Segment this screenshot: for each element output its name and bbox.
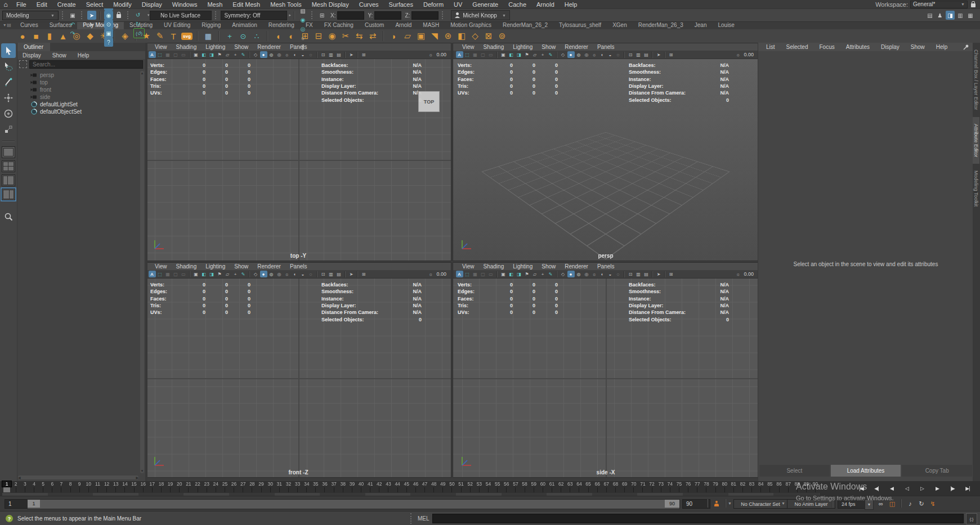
- camera-attributes-icon[interactable]: A: [149, 271, 156, 277]
- vp-menu-view[interactable]: View: [150, 263, 172, 270]
- revolve-icon[interactable]: ⊛: [441, 30, 455, 42]
- timeline-frame-33[interactable]: 33: [293, 481, 302, 493]
- timeline-frame-60[interactable]: 60: [538, 481, 547, 493]
- timeline-frame-62[interactable]: 62: [557, 481, 566, 493]
- timeline-frame-2[interactable]: 2: [11, 481, 20, 493]
- viewport-marquee-icon[interactable]: ⬚: [464, 271, 471, 277]
- timeline-frame-39[interactable]: 39: [347, 481, 356, 493]
- mirror-options-icon[interactable]: ⇄: [366, 30, 379, 42]
- timeline-frame-74[interactable]: 74: [665, 481, 674, 493]
- undo-icon[interactable]: ↶: [68, 20, 77, 29]
- attribute-editor-icon[interactable]: ◨: [946, 11, 955, 20]
- film-gate-icon[interactable]: ▢: [480, 271, 487, 277]
- live-surface-field[interactable]: No Live Surface: [150, 11, 212, 20]
- film-gate-icon[interactable]: ▢: [480, 51, 487, 58]
- ae-menu-selected[interactable]: Selected: [781, 44, 814, 50]
- timeline-frame-35[interactable]: 35: [311, 481, 320, 493]
- scale-tool-icon[interactable]: [1, 122, 16, 137]
- x-input[interactable]: [337, 11, 364, 20]
- chevron-down-icon[interactable]: ▼: [781, 501, 785, 505]
- exposure-control[interactable]: ☼0.00: [427, 51, 449, 58]
- step-forward-one-frame-button[interactable]: ▶: [930, 483, 944, 493]
- menu-mesh-tools[interactable]: Mesh Tools: [265, 1, 306, 8]
- motion-blur-icon[interactable]: ◌: [307, 271, 315, 277]
- screen-space-ao-icon[interactable]: ◒: [607, 51, 614, 58]
- go-to-end-button[interactable]: ▶|: [961, 483, 974, 493]
- xray-icon[interactable]: ▥: [328, 51, 335, 58]
- workspace-dropdown[interactable]: General* ▼: [910, 1, 968, 8]
- camera-bookmark-icon[interactable]: ⚑: [523, 271, 531, 277]
- fps-dropdown-arrow[interactable]: ▼: [865, 499, 874, 510]
- toolbar-grip[interactable]: [127, 11, 129, 19]
- timeline-frame-3[interactable]: 3: [20, 481, 29, 493]
- timeline-frame-38[interactable]: 38: [338, 481, 347, 493]
- timeline-frame-36[interactable]: 36: [320, 481, 329, 493]
- save-scene-icon[interactable]: ▣: [68, 11, 77, 20]
- outliner-item-top[interactable]: top: [17, 79, 145, 86]
- outliner-menu-show[interactable]: Show: [47, 52, 72, 59]
- shelf-tab-fx-caching[interactable]: FX Caching: [319, 21, 359, 29]
- image-plane-icon[interactable]: ▱: [531, 271, 539, 277]
- timeline-frame-29[interactable]: 29: [257, 481, 266, 493]
- smooth-icon[interactable]: ◉: [325, 30, 339, 42]
- grid-toggle-icon[interactable]: ▦: [164, 51, 172, 58]
- smooth-mesh-preview-icon[interactable]: ⊚: [495, 30, 509, 42]
- step-forward-one-key-button[interactable]: |▶: [946, 483, 959, 493]
- timeline-frame-66[interactable]: 66: [593, 481, 602, 493]
- select-camera-icon[interactable]: ▣: [193, 271, 200, 277]
- film-gate-icon[interactable]: ▢: [172, 271, 180, 277]
- lighting-icon[interactable]: ☼: [284, 51, 291, 58]
- toolbar-grip[interactable]: [442, 11, 444, 19]
- anim-layer-dropdown[interactable]: No Anim Layer: [787, 499, 835, 509]
- shelf-tab-arnold[interactable]: Arnold: [390, 21, 417, 29]
- grease-pencil-icon[interactable]: ✎: [240, 51, 247, 58]
- screen-space-ao-icon[interactable]: ◒: [299, 271, 307, 277]
- hud-toggle-icon[interactable]: ▤: [643, 51, 650, 58]
- shelf-tab-rendering[interactable]: Rendering: [263, 21, 300, 29]
- smooth-shade-all-icon[interactable]: ●: [260, 51, 267, 58]
- absolute-transform-icon[interactable]: ⊞: [317, 11, 326, 20]
- timeline-frame-73[interactable]: 73: [656, 481, 665, 493]
- menu-file[interactable]: File: [11, 1, 32, 8]
- pan-zoom-icon[interactable]: +: [232, 271, 239, 277]
- playblast-icon[interactable]: ◫: [887, 499, 897, 509]
- z-input[interactable]: [411, 11, 438, 20]
- timeline-frame-67[interactable]: 67: [602, 481, 611, 493]
- timeline-frame-40[interactable]: 40: [356, 481, 365, 493]
- camera-attributes-icon[interactable]: A: [456, 51, 463, 58]
- motion-blur-icon[interactable]: ◌: [615, 271, 622, 277]
- timeline-frame-80[interactable]: 80: [720, 481, 729, 493]
- timeline-frame-79[interactable]: 79: [711, 481, 720, 493]
- timeline-frame-47[interactable]: 47: [420, 481, 429, 493]
- panel-layout-icon[interactable]: ⊞: [360, 51, 368, 58]
- timeline-frame-68[interactable]: 68: [611, 481, 620, 493]
- camera-gate-icon[interactable]: ◨: [208, 271, 216, 277]
- time-warp-icon[interactable]: ⊙: [236, 30, 250, 42]
- mirror-icon[interactable]: ⇆: [352, 30, 366, 42]
- pencil-curve-icon[interactable]: ✎: [153, 30, 167, 42]
- screen-space-ao-icon[interactable]: ◒: [607, 271, 614, 277]
- timeline-frame-41[interactable]: 41: [366, 481, 375, 493]
- outliner-horizontal-scrollbar[interactable]: ◀▶: [18, 475, 138, 479]
- shadows-icon[interactable]: ◐: [599, 271, 606, 277]
- timeline-frame-12[interactable]: 12: [102, 481, 111, 493]
- panel-layout-icon[interactable]: ⊞: [668, 271, 675, 277]
- vp-menu-renderer[interactable]: Renderer: [253, 44, 285, 50]
- lock-camera-icon[interactable]: ◧: [200, 271, 208, 277]
- viewport-canvas-front[interactable]: Verts:000Edges:000Faces:000Tris:000UVs:0…: [146, 279, 451, 477]
- select-tool-icon[interactable]: [1, 43, 16, 58]
- use-default-material-icon[interactable]: ◎: [276, 51, 283, 58]
- lighting-icon[interactable]: ☼: [591, 51, 598, 58]
- layout-persp-panel-button[interactable]: [2, 189, 15, 200]
- pan-zoom-icon[interactable]: +: [232, 51, 239, 58]
- menu-generate[interactable]: Generate: [467, 1, 503, 8]
- lattice-deformer-icon[interactable]: ▱: [401, 30, 414, 42]
- viewport-canvas-side[interactable]: Verts:000Edges:000Faces:000Tris:000UVs:0…: [453, 279, 758, 477]
- menu-arnold[interactable]: Arnold: [531, 1, 560, 8]
- layout-persp-outliner-button[interactable]: [2, 174, 15, 186]
- layout-single-pane-button[interactable]: [2, 146, 15, 158]
- dock-tab-channel-box-layer-editor[interactable]: Channel Box / Layer Editor: [973, 43, 979, 117]
- select-camera-icon[interactable]: ▣: [500, 51, 507, 58]
- menu-deform[interactable]: Deform: [418, 1, 449, 8]
- outliner-item-front[interactable]: front: [17, 86, 145, 93]
